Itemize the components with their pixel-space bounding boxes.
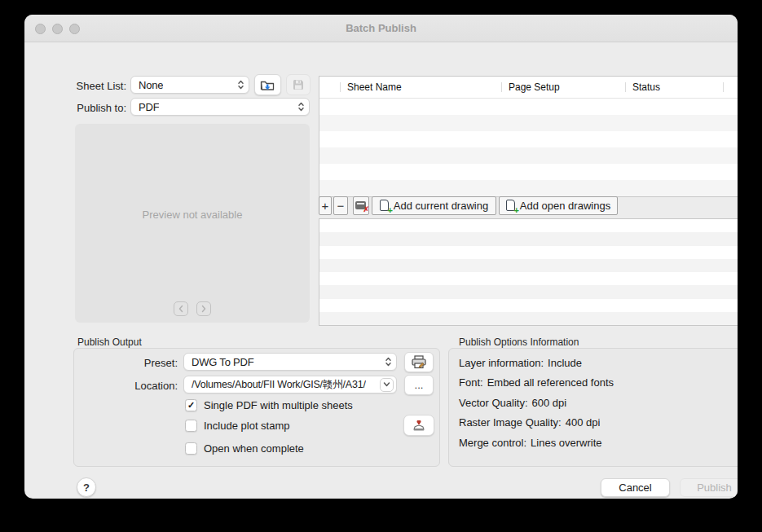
publish-to-label: Publish to:: [57, 102, 126, 114]
table-row: [319, 99, 738, 115]
publish-options-info-title: Publish Options Information: [459, 336, 579, 348]
checkbox-unchecked-icon[interactable]: [185, 420, 197, 432]
table-row: [319, 299, 738, 312]
chevron-down-icon: [380, 378, 394, 392]
cancel-button[interactable]: Cancel: [601, 478, 670, 497]
chevron-up-down-icon: [385, 356, 392, 367]
save-icon: [293, 79, 304, 90]
batch-publish-dialog: Batch Publish Sheet List: None Publish t…: [24, 15, 738, 499]
location-value: /Volumes/About/FII Work/GIS/赣州/A31/: [192, 378, 366, 392]
table-row: [319, 272, 738, 285]
preset-value: DWG To PDF: [192, 356, 254, 368]
add-open-drawings-button[interactable]: + Add open drawings: [499, 196, 618, 215]
remove-sheet-button[interactable]: −: [333, 196, 348, 215]
table-row: [319, 246, 738, 259]
traffic-lights: [35, 24, 80, 34]
chevron-up-down-icon: [297, 101, 305, 112]
checkbox-unchecked-icon[interactable]: [185, 442, 197, 455]
table-row: [319, 180, 738, 196]
preview-prev-button[interactable]: [174, 301, 188, 316]
table-row: [319, 147, 738, 164]
option-plot-stamp[interactable]: Include plot stamp: [185, 420, 290, 432]
location-combo[interactable]: /Volumes/About/FII Work/GIS/赣州/A31/: [183, 376, 397, 394]
stamp-icon: [411, 420, 427, 432]
info-line-merge-control: Merge control:Lines overwrite: [459, 433, 614, 453]
sheet-list-value: None: [139, 79, 163, 91]
info-line-vector-quality: Vector Quality:600 dpi: [459, 393, 614, 413]
table-row: [319, 285, 738, 298]
checkbox-checked-icon[interactable]: ✓: [185, 399, 197, 411]
open-folder-icon: [260, 79, 275, 91]
add-sheet-button[interactable]: +: [319, 196, 332, 215]
chevron-right-icon: [200, 305, 207, 313]
table-row: [319, 131, 738, 147]
help-button[interactable]: ?: [77, 477, 96, 497]
preset-dropdown[interactable]: DWG To PDF: [183, 353, 397, 371]
chevron-up-down-icon: [237, 79, 244, 90]
preview-panel: Preview not available: [75, 124, 310, 323]
table-body: [319, 99, 738, 196]
printer-edit-icon: [411, 355, 427, 369]
location-label: Location:: [106, 380, 178, 392]
publish-queue-table: [319, 218, 738, 326]
publish-to-dropdown[interactable]: PDF: [130, 98, 310, 116]
window-title: Batch Publish: [346, 22, 416, 34]
zoom-button[interactable]: [69, 24, 80, 34]
remove-sheet-list-icon: ✗: [355, 201, 367, 210]
publish-output-title: Publish Output: [77, 336, 142, 348]
publish-button[interactable]: Publish: [680, 478, 738, 497]
table-row: [319, 232, 738, 245]
sheet-list-dropdown[interactable]: None: [130, 76, 249, 94]
column-extra: [723, 77, 738, 98]
plot-stamp-settings-button[interactable]: [403, 415, 434, 436]
table-row: [319, 115, 738, 131]
save-sheet-list-button[interactable]: [286, 74, 311, 95]
browse-location-button[interactable]: ...: [404, 375, 434, 395]
sheet-list-table: Sheet Name Page Setup Status: [319, 76, 738, 197]
column-page-setup[interactable]: Page Setup: [501, 77, 625, 98]
plotter-settings-button[interactable]: [404, 352, 434, 372]
option-single-pdf[interactable]: ✓ Single PDF with multiple sheets: [185, 399, 353, 411]
add-current-drawing-button[interactable]: + Add current drawing: [372, 196, 496, 215]
load-sheet-list-button[interactable]: [254, 74, 281, 95]
table-row: [319, 164, 738, 180]
preset-label: Preset:: [106, 357, 178, 369]
add-drawing-icon: +: [380, 200, 390, 212]
minimize-button[interactable]: [52, 24, 63, 34]
column-icon[interactable]: [319, 77, 340, 98]
option-open-when-complete[interactable]: Open when complete: [185, 442, 304, 455]
publish-to-value: PDF: [139, 101, 159, 113]
add-drawing-icon: +: [506, 200, 517, 212]
column-sheet-name[interactable]: Sheet Name: [340, 77, 501, 98]
info-line-layer: Layer information:Include: [459, 353, 614, 373]
sheet-list-label: Sheet List:: [57, 80, 126, 92]
close-button[interactable]: [35, 24, 46, 34]
column-status[interactable]: Status: [625, 77, 723, 98]
info-line-font: Font:Embed all referenced fonts: [459, 373, 614, 394]
preview-placeholder: Preview not available: [75, 209, 310, 221]
table-row: [319, 259, 738, 272]
publish-options-info-list: Layer information:Include Font:Embed all…: [459, 353, 614, 453]
table-row: [319, 219, 738, 232]
sheet-toolbar: + − ✗ + Add current drawing + Add open d…: [319, 196, 618, 215]
table-row: [319, 312, 738, 325]
table-header: Sheet Name Page Setup Status: [319, 77, 738, 99]
remove-all-sheets-button[interactable]: ✗: [353, 196, 369, 215]
title-bar: Batch Publish: [24, 15, 738, 42]
question-mark-icon: ?: [83, 481, 90, 494]
info-line-raster-quality: Raster Image Quality:400 dpi: [459, 413, 614, 433]
chevron-left-icon: [178, 305, 184, 313]
preview-next-button[interactable]: [196, 301, 211, 316]
